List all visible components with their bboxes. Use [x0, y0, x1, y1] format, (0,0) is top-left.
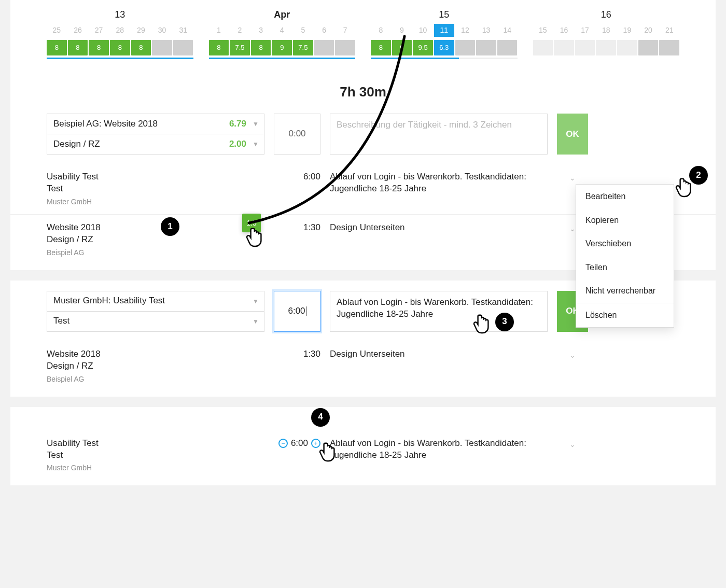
- calendar-hours-cell[interactable]: [596, 40, 616, 55]
- entry-description: Ablauf von Login - bis Warenkorb. Testka…: [330, 171, 548, 195]
- calendar-day[interactable]: 20: [638, 24, 659, 37]
- activity-select[interactable]: Test ▼: [47, 311, 264, 332]
- menu-item[interactable]: Teilen: [576, 256, 674, 279]
- activity-select[interactable]: Design / RZ 2.00 ▼: [47, 134, 264, 155]
- entry-description: Design Unterseiten: [330, 348, 548, 360]
- panel-tracking-stepper: Usability TestTestMuster GmbH−6:00+Ablau…: [10, 407, 716, 486]
- calendar-hours-cell[interactable]: 8: [251, 40, 271, 55]
- chevron-down-icon: ⌄: [569, 173, 576, 183]
- calendar-day[interactable]: 15: [533, 24, 553, 37]
- calendar-day[interactable]: 10: [413, 24, 433, 37]
- menu-item[interactable]: Kopieren: [576, 208, 674, 232]
- duration-input[interactable]: 0:00: [274, 114, 320, 155]
- calendar-day[interactable]: 29: [131, 24, 151, 37]
- entry-description: Ablauf von Login - bis Warenkorb. Testka…: [330, 438, 548, 461]
- week-progress-bar: [47, 58, 193, 59]
- calendar-hours-cell[interactable]: 9: [272, 40, 292, 55]
- calendar-hours-cell[interactable]: 6.3: [434, 40, 454, 55]
- entry-activity: Test: [47, 183, 264, 195]
- calendar-day[interactable]: 27: [89, 24, 109, 37]
- calendar-hours-cell[interactable]: 8: [131, 40, 151, 55]
- calendar-hours-cell[interactable]: [152, 40, 172, 55]
- calendar-day[interactable]: 28: [110, 24, 130, 37]
- calendar-hours-cell[interactable]: 8: [47, 40, 67, 55]
- chevron-down-icon: ⌄: [569, 351, 576, 360]
- calendar-day[interactable]: 2: [230, 24, 250, 37]
- menu-item[interactable]: Bearbeiten: [576, 185, 674, 208]
- calendar-hours-cell[interactable]: 8: [371, 40, 391, 55]
- calendar-day[interactable]: 12: [455, 24, 476, 37]
- calendar-hours-cell[interactable]: 9.5: [413, 40, 433, 55]
- ok-button[interactable]: OK: [557, 114, 588, 155]
- calendar-day[interactable]: 16: [554, 24, 574, 37]
- calendar-day[interactable]: 11: [434, 24, 454, 37]
- entry-context-menu: BearbeitenKopierenVerschiebenTeilenNicht…: [576, 184, 674, 328]
- calendar-hours-cell[interactable]: [617, 40, 637, 55]
- calendar-day[interactable]: 13: [476, 24, 496, 37]
- duration-input[interactable]: 6:00: [274, 291, 320, 332]
- calendar-hours-cell[interactable]: [476, 40, 496, 55]
- calendar-day[interactable]: 9: [392, 24, 412, 37]
- description-input[interactable]: Ablauf von Login - bis Warenkorb. Testka…: [330, 291, 548, 332]
- calendar-day[interactable]: 21: [659, 24, 679, 37]
- entry-client: Beispiel AG: [47, 246, 264, 258]
- calendar-hours-cell[interactable]: [173, 40, 193, 55]
- chevron-down-icon: ⌄: [569, 224, 576, 234]
- calendar-hours-cell[interactable]: [554, 40, 574, 55]
- entry-edit-row: Beispiel AG: Website 2018 6.79 ▼ Design …: [10, 114, 716, 164]
- calendar-hours-cell[interactable]: [455, 40, 476, 55]
- calendar-day[interactable]: 31: [173, 24, 193, 37]
- minus-icon[interactable]: −: [278, 439, 288, 448]
- calendar-hours-cell[interactable]: 7.5: [293, 40, 313, 55]
- entry-activity: Design / RZ: [47, 360, 264, 372]
- calendar-day[interactable]: 25: [47, 24, 67, 37]
- entry-menu-toggle[interactable]: ⌄: [557, 438, 588, 450]
- week-progress-bar: [371, 58, 518, 59]
- project-hours-badge: 6.79: [229, 118, 246, 130]
- calendar-hours-cell[interactable]: 8: [110, 40, 130, 55]
- calendar-day[interactable]: 5: [293, 24, 313, 37]
- week-label: Apr: [209, 3, 356, 24]
- entry-menu-toggle[interactable]: ⌄: [557, 171, 588, 183]
- menu-item[interactable]: Nicht verrechenbar: [576, 279, 674, 303]
- calendar-week: Apr123456787.5897.5: [209, 3, 356, 59]
- project-select[interactable]: Beispiel AG: Website 2018 6.79 ▼: [47, 114, 264, 134]
- calendar-day[interactable]: 1: [209, 24, 229, 37]
- calendar-day[interactable]: 30: [152, 24, 172, 37]
- calendar-hours-cell[interactable]: [533, 40, 553, 55]
- calendar-day[interactable]: 19: [617, 24, 637, 37]
- entry-duration: 6:00: [291, 438, 308, 450]
- panel-tracking-new: 132526272829303188888Apr123456787.5897.5…: [10, 0, 716, 270]
- calendar-hours-cell[interactable]: [638, 40, 659, 55]
- calendar-hours-cell[interactable]: [314, 40, 334, 55]
- calendar-day[interactable]: 6: [314, 24, 334, 37]
- calendar-hours-cell[interactable]: 9: [392, 40, 412, 55]
- entry-duration: 6:00: [274, 171, 320, 183]
- calendar-day[interactable]: 17: [575, 24, 595, 37]
- calendar-day[interactable]: 4: [272, 24, 292, 37]
- calendar-hours-cell[interactable]: [497, 40, 518, 55]
- calendar-hours-cell[interactable]: 8: [89, 40, 109, 55]
- calendar-day[interactable]: 18: [596, 24, 616, 37]
- calendar-day[interactable]: 8: [371, 24, 391, 37]
- activity-select-label: Test: [53, 315, 69, 327]
- week-progress-bar: [533, 58, 680, 59]
- calendar-day[interactable]: 14: [497, 24, 518, 37]
- calendar-hours-cell[interactable]: [659, 40, 679, 55]
- project-select[interactable]: Muster GmbH: Usability Test ▼: [47, 291, 264, 312]
- entry-menu-toggle[interactable]: ⌄: [557, 348, 588, 360]
- calendar-hours-cell[interactable]: [575, 40, 595, 55]
- plus-icon[interactable]: +: [311, 439, 320, 448]
- calendar-hours-cell[interactable]: 8: [68, 40, 88, 55]
- calendar-hours-cell[interactable]: 8: [209, 40, 229, 55]
- calendar-day[interactable]: 26: [68, 24, 88, 37]
- calendar-day[interactable]: 7: [335, 24, 355, 37]
- calendar-hours-cell[interactable]: 7.5: [230, 40, 250, 55]
- description-input[interactable]: Beschreibung der Tätigkeit - mind. 3 Zei…: [330, 114, 548, 155]
- calendar-week: 15891011121314899.56.3: [371, 3, 518, 59]
- menu-item[interactable]: Verschieben: [576, 232, 674, 256]
- calendar-day[interactable]: 3: [251, 24, 271, 37]
- chevron-down-icon: ⌄: [569, 440, 576, 450]
- menu-item-delete[interactable]: Löschen: [576, 303, 674, 327]
- calendar-hours-cell[interactable]: [335, 40, 355, 55]
